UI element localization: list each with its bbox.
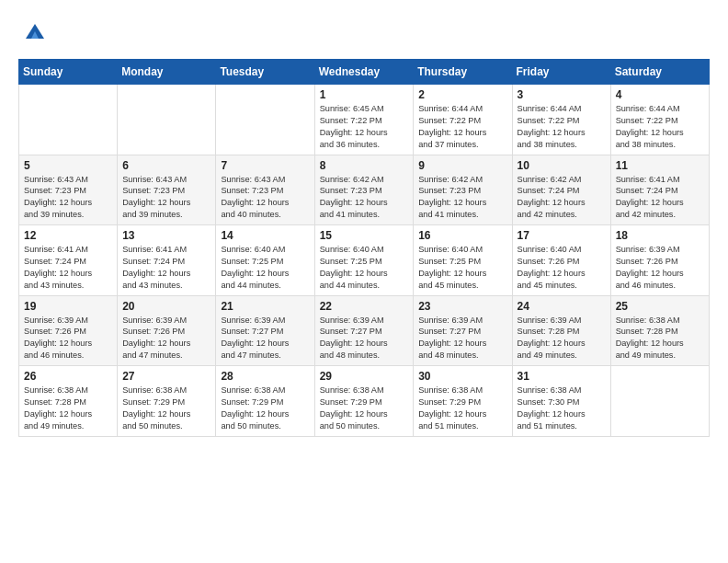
calendar-day-5: 5Sunrise: 6:43 AM Sunset: 7:23 PM Daylig… [19,155,118,225]
day-content: Sunrise: 6:43 AM Sunset: 7:23 PM Dayligh… [221,174,309,222]
day-content: Sunrise: 6:39 AM Sunset: 7:26 PM Dayligh… [616,244,704,292]
day-number: 12 [24,229,112,242]
day-content: Sunrise: 6:40 AM Sunset: 7:25 PM Dayligh… [320,244,409,292]
day-content: Sunrise: 6:42 AM Sunset: 7:24 PM Dayligh… [518,174,606,222]
day-content: Sunrise: 6:41 AM Sunset: 7:24 PM Dayligh… [616,174,704,222]
day-number: 8 [320,159,409,172]
day-content: Sunrise: 6:39 AM Sunset: 7:26 PM Dayligh… [122,315,210,362]
day-number: 10 [518,159,606,172]
calendar-day-14: 14Sunrise: 6:40 AM Sunset: 7:25 PM Dayli… [216,225,314,296]
calendar-day-17: 17Sunrise: 6:40 AM Sunset: 7:26 PM Dayli… [512,225,610,296]
day-content: Sunrise: 6:39 AM Sunset: 7:27 PM Dayligh… [221,315,309,362]
day-number: 30 [418,370,506,383]
day-content: Sunrise: 6:39 AM Sunset: 7:26 PM Dayligh… [24,315,112,362]
calendar-day-27: 27Sunrise: 6:38 AM Sunset: 7:29 PM Dayli… [118,366,216,437]
empty-cell [610,366,709,437]
day-content: Sunrise: 6:41 AM Sunset: 7:24 PM Dayligh… [122,244,210,292]
day-content: Sunrise: 6:39 AM Sunset: 7:28 PM Dayligh… [518,315,606,362]
day-number: 17 [518,229,606,242]
calendar-day-22: 22Sunrise: 6:39 AM Sunset: 7:27 PM Dayli… [314,295,414,366]
calendar-day-16: 16Sunrise: 6:40 AM Sunset: 7:25 PM Dayli… [414,225,512,296]
day-content: Sunrise: 6:43 AM Sunset: 7:23 PM Dayligh… [122,174,210,222]
day-number: 31 [518,370,606,383]
column-header-saturday: Saturday [610,60,709,85]
column-header-wednesday: Wednesday [314,60,414,85]
day-content: Sunrise: 6:38 AM Sunset: 7:29 PM Dayligh… [320,385,409,432]
day-content: Sunrise: 6:40 AM Sunset: 7:25 PM Dayligh… [418,244,506,292]
day-number: 4 [616,88,704,101]
day-number: 20 [122,300,210,313]
calendar-day-7: 7Sunrise: 6:43 AM Sunset: 7:23 PM Daylig… [216,155,314,225]
calendar-week-1: 1Sunrise: 6:45 AM Sunset: 7:22 PM Daylig… [19,85,710,155]
calendar-week-4: 19Sunrise: 6:39 AM Sunset: 7:26 PM Dayli… [19,295,710,366]
calendar-day-2: 2Sunrise: 6:44 AM Sunset: 7:22 PM Daylig… [414,85,512,155]
calendar-day-29: 29Sunrise: 6:38 AM Sunset: 7:29 PM Dayli… [314,366,414,437]
day-number: 29 [320,370,409,383]
calendar-day-6: 6Sunrise: 6:43 AM Sunset: 7:23 PM Daylig… [118,155,216,225]
calendar-day-13: 13Sunrise: 6:41 AM Sunset: 7:24 PM Dayli… [118,225,216,296]
calendar-day-19: 19Sunrise: 6:39 AM Sunset: 7:26 PM Dayli… [19,295,118,366]
day-number: 7 [221,159,309,172]
calendar-day-25: 25Sunrise: 6:38 AM Sunset: 7:28 PM Dayli… [610,295,709,366]
day-content: Sunrise: 6:39 AM Sunset: 7:27 PM Dayligh… [418,315,506,362]
day-number: 3 [518,88,606,101]
logo [18,18,48,44]
page-header [18,18,710,44]
calendar-body: 1Sunrise: 6:45 AM Sunset: 7:22 PM Daylig… [19,85,710,437]
calendar-day-8: 8Sunrise: 6:42 AM Sunset: 7:23 PM Daylig… [314,155,414,225]
header-row: SundayMondayTuesdayWednesdayThursdayFrid… [19,60,710,85]
empty-cell [118,85,216,155]
calendar-day-31: 31Sunrise: 6:38 AM Sunset: 7:30 PM Dayli… [512,366,610,437]
day-content: Sunrise: 6:38 AM Sunset: 7:29 PM Dayligh… [122,385,210,432]
calendar-table: SundayMondayTuesdayWednesdayThursdayFrid… [18,59,710,437]
day-content: Sunrise: 6:38 AM Sunset: 7:29 PM Dayligh… [418,385,506,432]
day-number: 15 [320,229,409,242]
day-content: Sunrise: 6:39 AM Sunset: 7:27 PM Dayligh… [320,315,409,362]
calendar-day-24: 24Sunrise: 6:39 AM Sunset: 7:28 PM Dayli… [512,295,610,366]
calendar-day-9: 9Sunrise: 6:42 AM Sunset: 7:23 PM Daylig… [414,155,512,225]
calendar-day-28: 28Sunrise: 6:38 AM Sunset: 7:29 PM Dayli… [216,366,314,437]
column-header-tuesday: Tuesday [216,60,314,85]
calendar-day-12: 12Sunrise: 6:41 AM Sunset: 7:24 PM Dayli… [19,225,118,296]
day-number: 13 [122,229,210,242]
calendar-day-11: 11Sunrise: 6:41 AM Sunset: 7:24 PM Dayli… [610,155,709,225]
empty-cell [216,85,314,155]
column-header-thursday: Thursday [414,60,512,85]
day-content: Sunrise: 6:44 AM Sunset: 7:22 PM Dayligh… [418,103,506,151]
calendar-day-15: 15Sunrise: 6:40 AM Sunset: 7:25 PM Dayli… [314,225,414,296]
day-number: 24 [518,300,606,313]
calendar-day-10: 10Sunrise: 6:42 AM Sunset: 7:24 PM Dayli… [512,155,610,225]
day-number: 28 [221,370,309,383]
day-number: 19 [24,300,112,313]
calendar-week-2: 5Sunrise: 6:43 AM Sunset: 7:23 PM Daylig… [19,155,710,225]
day-content: Sunrise: 6:38 AM Sunset: 7:28 PM Dayligh… [616,315,704,362]
logo-icon [22,18,48,44]
day-number: 5 [24,159,112,172]
column-header-friday: Friday [512,60,610,85]
calendar-day-26: 26Sunrise: 6:38 AM Sunset: 7:28 PM Dayli… [19,366,118,437]
day-number: 25 [616,300,704,313]
day-number: 18 [616,229,704,242]
day-content: Sunrise: 6:42 AM Sunset: 7:23 PM Dayligh… [320,174,409,222]
calendar-day-23: 23Sunrise: 6:39 AM Sunset: 7:27 PM Dayli… [414,295,512,366]
day-content: Sunrise: 6:40 AM Sunset: 7:26 PM Dayligh… [518,244,606,292]
empty-cell [19,85,118,155]
calendar-week-3: 12Sunrise: 6:41 AM Sunset: 7:24 PM Dayli… [19,225,710,296]
day-content: Sunrise: 6:42 AM Sunset: 7:23 PM Dayligh… [418,174,506,222]
day-number: 23 [418,300,506,313]
calendar-day-20: 20Sunrise: 6:39 AM Sunset: 7:26 PM Dayli… [118,295,216,366]
column-header-sunday: Sunday [19,60,118,85]
column-header-monday: Monday [118,60,216,85]
calendar-day-1: 1Sunrise: 6:45 AM Sunset: 7:22 PM Daylig… [314,85,414,155]
day-number: 1 [320,88,409,101]
day-content: Sunrise: 6:41 AM Sunset: 7:24 PM Dayligh… [24,244,112,292]
calendar-header: SundayMondayTuesdayWednesdayThursdayFrid… [19,60,710,85]
day-content: Sunrise: 6:44 AM Sunset: 7:22 PM Dayligh… [616,103,704,151]
day-number: 2 [418,88,506,101]
calendar-day-30: 30Sunrise: 6:38 AM Sunset: 7:29 PM Dayli… [414,366,512,437]
day-content: Sunrise: 6:38 AM Sunset: 7:29 PM Dayligh… [221,385,309,432]
day-number: 27 [122,370,210,383]
day-content: Sunrise: 6:45 AM Sunset: 7:22 PM Dayligh… [320,103,409,151]
day-number: 11 [616,159,704,172]
day-number: 26 [24,370,112,383]
